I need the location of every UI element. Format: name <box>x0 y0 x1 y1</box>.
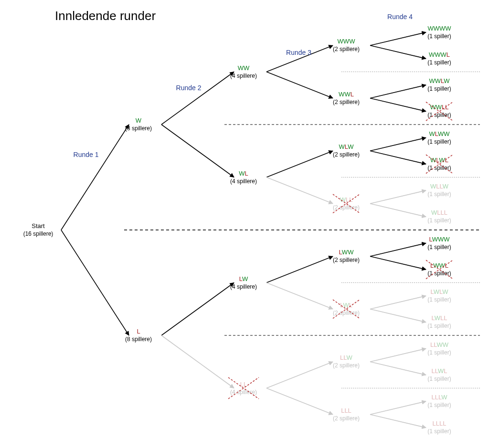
node-sub-WWW: (2 spillere) <box>333 46 360 52</box>
edge-LL-LLL <box>266 388 333 415</box>
node-sub-WWWL: (1 spiller) <box>427 59 451 66</box>
edge-LWL-LWLL <box>370 309 426 323</box>
node-sub-WWWW: (1 spiller) <box>427 33 451 40</box>
edge-LWL-LWLW <box>370 296 426 309</box>
node-sub-WLWW: (1 spiller) <box>427 138 451 145</box>
edge-L-LW <box>161 283 234 336</box>
start-label: Start <box>32 222 45 229</box>
node-LLLL: LLLL(1 spiller) <box>427 420 451 435</box>
edge-LW-LWL <box>266 283 333 309</box>
node-sub-WWL: (2 spillere) <box>333 99 360 105</box>
node-sub-WLWL: (1 spiller) <box>427 165 451 171</box>
edge-WWW-WWWW <box>370 32 426 46</box>
node-start: Start(16 spillere) <box>23 222 53 237</box>
edge-LW-LWW <box>266 256 333 282</box>
edge-LWW-LWWL <box>370 256 426 270</box>
edge-LLL-LLLL <box>370 415 426 428</box>
edge-WL-WLL <box>266 177 333 204</box>
node-seq-WWWL: WWWL <box>429 51 450 58</box>
edge-WLW-WLWL <box>370 151 426 164</box>
edge-LWW-LWWW <box>370 243 426 257</box>
node-sub-LLWL: (1 spiller) <box>427 375 451 382</box>
node-seq-WLLL: WLLL <box>431 209 447 216</box>
round-label-3: Runde 3 <box>286 49 311 56</box>
edge-START-W <box>61 125 129 230</box>
node-sub-WWLL: (1 spiller) <box>427 112 451 118</box>
node-W: W(8 spillere) <box>125 117 152 132</box>
node-sub-LWLW: (1 spiller) <box>427 296 451 303</box>
node-LWW: LWW(2 spillere) <box>333 249 360 263</box>
node-WLL: WLL(2 spillere) <box>333 194 360 213</box>
node-seq-LLWW: LLWW <box>430 341 449 348</box>
round-label-2: Runde 2 <box>176 84 202 92</box>
node-seq-L: L <box>137 328 140 335</box>
edge-W-WL <box>161 125 234 177</box>
node-LLWL: LLWL(1 spiller) <box>427 367 451 382</box>
round-label-1: Runde 1 <box>74 151 99 158</box>
node-LL: LL(4 spillere) <box>228 377 259 399</box>
node-seq-WWWW: WWWW <box>427 25 451 32</box>
node-sub-LLWW: (1 spiller) <box>427 349 451 356</box>
node-WL: WL(4 spillere) <box>230 170 257 185</box>
node-WW: WW(4 spillere) <box>230 64 257 79</box>
node-sub-LLW: (2 spillere) <box>333 362 360 369</box>
node-WLLW: WLLW(1 spiller) <box>427 183 451 198</box>
node-seq-W: W <box>136 117 142 124</box>
node-seq-LLW: LLW <box>340 354 353 361</box>
node-LLW: LLW(2 spillere) <box>333 354 360 369</box>
edge-WW-WWL <box>266 72 333 98</box>
node-LWLL: LWLL(1 spiller) <box>427 314 451 329</box>
node-sub-W: (8 spillere) <box>125 125 152 132</box>
edge-LLW-LLWW <box>370 349 426 362</box>
edge-WLL-WLLL <box>370 204 426 217</box>
node-WWWL: WWWL(1 spiller) <box>427 51 451 66</box>
node-seq-LLLL: LLLL <box>433 420 446 427</box>
node-seq-LWLL: LWLL <box>431 314 447 322</box>
node-seq-LLLW: LLLW <box>431 394 447 401</box>
edge-LL-LLW <box>266 362 333 388</box>
node-LWL: LWL(2 spillere) <box>333 300 360 318</box>
node-seq-WL: WL <box>239 170 248 177</box>
node-WWW: WWW(2 spillere) <box>333 38 360 52</box>
node-sub-LLL: (2 spillere) <box>333 415 360 422</box>
node-seq-LWWW: LWWW <box>429 236 450 243</box>
tournament-tree-diagram: Innledende runder Start(16 spillere)W(8 … <box>0 0 489 448</box>
start-sub: (16 spillere) <box>23 230 53 237</box>
node-sub-LWWL: (1 spiller) <box>427 270 451 277</box>
node-seq-WWW: WWW <box>338 38 356 45</box>
node-WWWW: WWWW(1 spiller) <box>427 25 451 40</box>
node-sub-LWWW: (1 spiller) <box>427 244 451 250</box>
node-sub-LWLL: (1 spiller) <box>427 323 451 329</box>
node-WLWL: WLWL(1 spiller) <box>426 155 453 173</box>
round-label-4: Runde 4 <box>387 13 413 21</box>
edge-WWL-WWLW <box>370 85 426 98</box>
node-sub-WL: (4 spillere) <box>230 178 257 185</box>
node-LWWW: LWWW(1 spiller) <box>427 236 451 250</box>
node-seq-WLL: WLL <box>340 196 353 203</box>
node-seq-LWLW: LWLW <box>430 288 448 295</box>
node-WLLL: WLLL(1 spiller) <box>427 209 451 224</box>
node-sub-LW: (4 spillere) <box>230 283 257 290</box>
node-sub-L: (8 spillere) <box>125 336 152 343</box>
node-sub-WW: (4 spillere) <box>230 73 257 79</box>
node-seq-WWL: WWL <box>339 91 354 98</box>
node-WWL: WWL(2 spillere) <box>333 91 360 105</box>
node-seq-LLL: LLL <box>341 407 351 414</box>
node-seq-WWLL: WWLL <box>430 104 448 111</box>
node-LLLW: LLLW(1 spiller) <box>427 394 451 408</box>
edge-WLL-WLLW <box>370 190 426 204</box>
node-LWWL: LWWL(1 spiller) <box>426 260 453 279</box>
node-LLWW: LLWW(1 spiller) <box>427 341 451 356</box>
node-sub-LWW: (2 spillere) <box>333 257 360 263</box>
node-seq-WWLW: WWLW <box>429 77 450 84</box>
node-seq-WLWW: WLWW <box>429 130 450 137</box>
node-sub-WLW: (2 spillere) <box>333 151 360 158</box>
node-sub-LLLL: (1 spiller) <box>427 428 451 435</box>
node-seq-LWW: LWW <box>339 249 354 256</box>
node-sub-WWLW: (1 spiller) <box>427 85 451 92</box>
edge-W-WW <box>161 72 234 125</box>
node-seq-LW: LW <box>239 275 248 282</box>
node-seq-LLWL: LLWL <box>431 367 447 375</box>
edge-WL-WLW <box>266 151 333 177</box>
edge-LLW-LLWL <box>370 362 426 375</box>
